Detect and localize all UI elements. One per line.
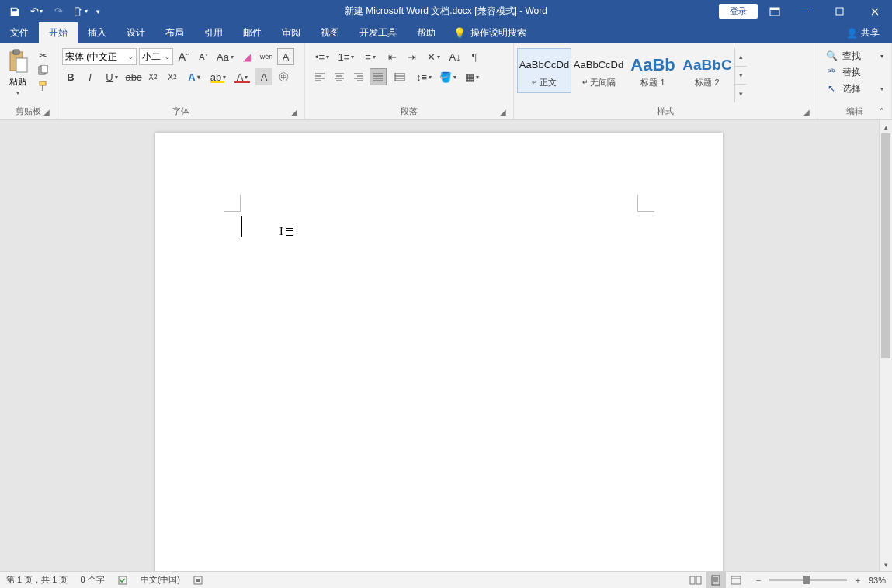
subscript-button[interactable]: X2 [144, 68, 161, 85]
macro-status[interactable] [186, 572, 210, 588]
font-size-combo[interactable]: 小二⌄ [139, 48, 173, 65]
zoom-slider-knob[interactable] [803, 576, 810, 584]
tab-insert[interactable]: 插入 [78, 22, 116, 43]
style-no-spacing[interactable]: AaBbCcDd ↵无间隔 [571, 48, 626, 93]
maximize-button[interactable] [822, 0, 857, 22]
scroll-down-button[interactable]: ▾ [880, 558, 892, 571]
line-spacing-button[interactable]: ↕≡▾ [413, 68, 435, 85]
format-painter-button[interactable] [34, 79, 51, 93]
styles-row-up[interactable]: ▴ [735, 48, 747, 67]
share-button[interactable]: 👤 共享 [840, 22, 886, 43]
phonetic-guide-button[interactable]: wén [258, 48, 275, 65]
text-effects-button[interactable]: A▾ [183, 68, 205, 85]
increase-indent-button[interactable]: ⇥ [403, 48, 420, 65]
close-button[interactable] [857, 0, 892, 22]
styles-gallery: AaBbCcDd ↵正文 AaBbCcDd ↵无间隔 AaBb 标题 1 AaB… [517, 47, 814, 104]
find-button[interactable]: 🔍查找▾ [822, 48, 887, 64]
character-border-button[interactable]: A [277, 48, 294, 65]
font-color-button[interactable]: A▾ [231, 68, 253, 85]
tab-design[interactable]: 设计 [116, 22, 155, 43]
replace-button[interactable]: ᵃᵇ替换 [822, 64, 887, 80]
tab-developer[interactable]: 开发工具 [349, 22, 407, 43]
decrease-indent-button[interactable]: ⇤ [384, 48, 401, 65]
shrink-font-button[interactable]: A˅ [195, 48, 212, 65]
paragraph-launcher[interactable]: ◢ [498, 106, 508, 117]
scroll-up-button[interactable]: ▴ [880, 120, 892, 133]
touch-mode-button[interactable]: ▾ [70, 2, 90, 21]
show-hide-marks-button[interactable]: ¶ [466, 48, 483, 65]
font-name-combo[interactable]: 宋体 (中文正⌄ [62, 48, 137, 65]
cut-button[interactable]: ✂ [34, 48, 51, 62]
paste-button[interactable]: 粘贴 ▾ [3, 47, 33, 96]
redo-button[interactable]: ↷ [48, 2, 68, 21]
style-normal[interactable]: AaBbCcDd ↵正文 [517, 48, 571, 93]
tell-me-search[interactable]: 💡 操作说明搜索 [446, 22, 534, 43]
bullets-button[interactable]: •≡▾ [311, 48, 333, 65]
align-right-button[interactable] [350, 68, 367, 85]
minimize-button[interactable] [787, 0, 822, 22]
styles-row-down[interactable]: ▾ [735, 67, 747, 85]
undo-button[interactable]: ↶▾ [26, 2, 47, 21]
copy-button[interactable] [34, 64, 51, 78]
numbering-button[interactable]: 1≡▾ [335, 48, 357, 65]
align-center-button[interactable] [331, 68, 348, 85]
asian-layout-button[interactable]: ✕▾ [422, 48, 444, 65]
print-layout-button[interactable] [706, 572, 726, 588]
svg-rect-7 [13, 50, 19, 54]
language-status[interactable]: 中文(中国) [134, 572, 186, 588]
cursor-icon: ↖ [825, 83, 838, 94]
tab-layout[interactable]: 布局 [155, 22, 194, 43]
web-layout-button[interactable] [726, 572, 746, 588]
tab-home[interactable]: 开始 [39, 22, 78, 43]
align-left-button[interactable] [311, 68, 328, 85]
multilevel-list-button[interactable]: ≡▾ [359, 48, 381, 65]
zoom-in-button[interactable]: + [852, 576, 864, 585]
italic-button[interactable]: I [82, 68, 99, 85]
tab-references[interactable]: 引用 [194, 22, 233, 43]
select-button[interactable]: ↖选择▾ [822, 81, 887, 96]
style-heading-1[interactable]: AaBb 标题 1 [626, 48, 680, 93]
grow-font-button[interactable]: A˄ [175, 48, 193, 65]
superscript-button[interactable]: X2 [164, 68, 181, 85]
clipboard-launcher[interactable]: ◢ [41, 106, 52, 117]
styles-launcher[interactable]: ◢ [801, 106, 812, 117]
font-launcher[interactable]: ◢ [289, 106, 300, 117]
ribbon-display-options-button[interactable] [762, 0, 787, 22]
character-shading-button[interactable]: A [255, 68, 272, 85]
zoom-out-button[interactable]: − [752, 576, 765, 585]
spellcheck-status[interactable] [111, 572, 134, 588]
tab-help[interactable]: 帮助 [407, 22, 446, 43]
tab-file[interactable]: 文件 [0, 22, 39, 43]
word-count-status[interactable]: 0 个字 [74, 572, 110, 588]
style-heading-2[interactable]: AaBbC 标题 2 [680, 48, 734, 93]
sort-button[interactable]: A↓ [446, 48, 463, 65]
save-button[interactable] [5, 2, 25, 21]
zoom-slider[interactable] [769, 579, 847, 581]
svg-rect-16 [690, 576, 695, 584]
highlight-button[interactable]: ab▾ [207, 68, 229, 85]
align-justify-button[interactable] [370, 68, 387, 85]
change-case-button[interactable]: Aa▾ [214, 48, 236, 65]
sign-in-button[interactable]: 登录 [719, 4, 758, 19]
tab-view[interactable]: 视图 [311, 22, 349, 43]
shading-button[interactable]: 🪣▾ [437, 68, 459, 85]
styles-expand[interactable]: ▾ [735, 85, 747, 102]
tell-me-placeholder: 操作说明搜索 [470, 26, 526, 40]
customize-qat-button[interactable]: ▾ [92, 2, 104, 21]
bold-button[interactable]: B [62, 68, 79, 85]
scroll-thumb[interactable] [881, 133, 890, 358]
zoom-level[interactable]: 93% [869, 576, 886, 585]
underline-button[interactable]: U▾ [101, 68, 123, 85]
document-page[interactable]: I [155, 133, 723, 571]
clear-formatting-button[interactable]: ◢ [238, 48, 255, 65]
page-number-status[interactable]: 第 1 页，共 1 页 [0, 572, 74, 588]
strikethrough-button[interactable]: abc [125, 68, 142, 85]
vertical-scrollbar[interactable]: ▴ ▾ [879, 120, 892, 571]
tab-review[interactable]: 审阅 [272, 22, 311, 43]
collapse-ribbon-button[interactable]: ˄ [875, 105, 889, 118]
borders-button[interactable]: ▦▾ [461, 68, 483, 85]
enclose-characters-button[interactable]: ㊥ [275, 68, 292, 85]
read-mode-button[interactable] [685, 572, 706, 588]
distribute-button[interactable] [389, 68, 411, 85]
tab-mailings[interactable]: 邮件 [233, 22, 272, 43]
